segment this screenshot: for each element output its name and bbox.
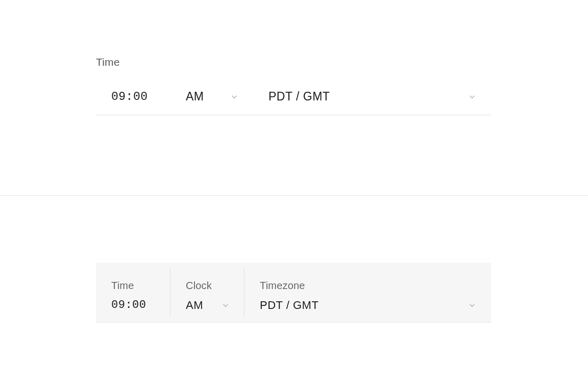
timezone-column[interactable]: Timezone PDT / GMT (244, 263, 491, 322)
time-column[interactable]: Time 09:00 (96, 263, 170, 322)
time-picker-simple: Time 09:00 AM PDT / GMT (96, 56, 491, 115)
timezone-column-value: PDT / GMT (260, 299, 318, 312)
chevron-down-icon (221, 301, 230, 310)
time-value: 09:00 (111, 90, 148, 103)
time-input-cell[interactable]: 09:00 (96, 83, 170, 115)
time-picker-labeled: Time 09:00 Clock AM Timezone PDT / GMT (96, 263, 491, 323)
divider (0, 195, 588, 196)
time-column-label: Time (111, 280, 156, 292)
chevron-down-icon (468, 301, 477, 310)
time-picker-row: 09:00 AM PDT / GMT (96, 83, 491, 115)
time-label: Time (96, 56, 491, 68)
clock-column-value: AM (186, 299, 203, 312)
chevron-down-icon (468, 92, 477, 101)
timezone-column-label: Timezone (260, 280, 477, 292)
timezone-select[interactable]: PDT / GMT (253, 83, 491, 115)
clock-column-label: Clock (186, 280, 230, 292)
clock-column[interactable]: Clock AM (170, 263, 244, 322)
period-select[interactable]: AM (170, 83, 253, 115)
timezone-value: PDT / GMT (268, 90, 330, 103)
time-column-value: 09:00 (111, 299, 146, 311)
period-value: AM (186, 90, 204, 103)
chevron-down-icon (230, 92, 239, 101)
